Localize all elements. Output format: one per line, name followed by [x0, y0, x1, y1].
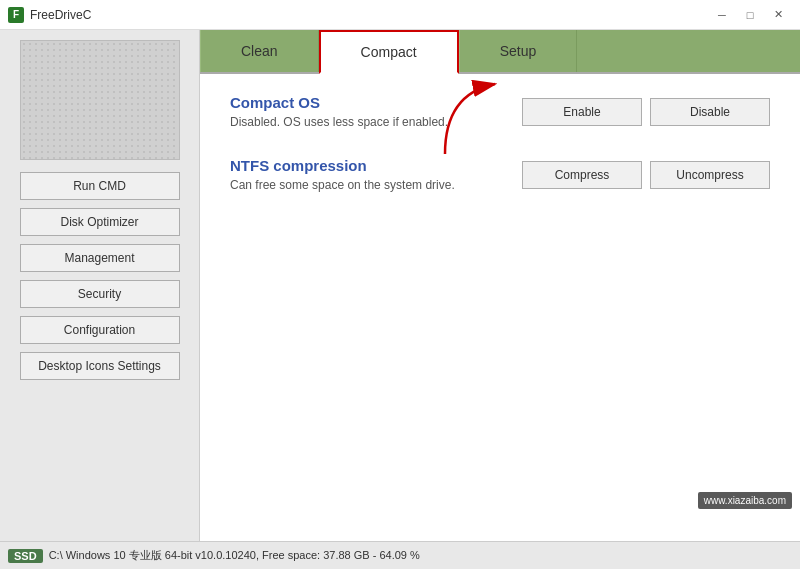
compact-os-desc: Disabled. OS uses less space if enabled.: [230, 115, 522, 129]
sidebar: Run CMD Disk Optimizer Management Securi…: [0, 30, 200, 541]
compact-os-section: Compact OS Disabled. OS uses less space …: [230, 94, 770, 137]
setup-tab[interactable]: Setup: [459, 30, 578, 72]
content-wrapper: Clean Compact Setup Compact OS Disabled.…: [200, 30, 800, 541]
disable-button[interactable]: Disable: [650, 98, 770, 126]
run-cmd-button[interactable]: Run CMD: [20, 172, 180, 200]
ssd-badge: SSD: [8, 549, 43, 563]
app-icon: F: [8, 7, 24, 23]
compress-button[interactable]: Compress: [522, 161, 642, 189]
close-button[interactable]: ✕: [764, 5, 792, 25]
title-bar: F FreeDriveC ─ □ ✕: [0, 0, 800, 30]
clean-tab[interactable]: Clean: [200, 30, 319, 72]
maximize-button[interactable]: □: [736, 5, 764, 25]
management-button[interactable]: Management: [20, 244, 180, 272]
main-layout: Run CMD Disk Optimizer Management Securi…: [0, 30, 800, 541]
tabs: Clean Compact Setup: [200, 30, 800, 74]
compact-os-actions: Enable Disable: [522, 98, 770, 126]
content-area: Clean Compact Setup Compact OS Disabled.…: [200, 30, 800, 541]
compact-os-title: Compact OS: [230, 94, 522, 111]
ntfs-text: NTFS compression Can free some space on …: [230, 157, 522, 200]
title-bar-controls: ─ □ ✕: [708, 5, 792, 25]
title-bar-left: F FreeDriveC: [8, 7, 91, 23]
tab-content: Compact OS Disabled. OS uses less space …: [200, 74, 800, 541]
sidebar-logo: [20, 40, 180, 160]
ntfs-desc: Can free some space on the system drive.: [230, 178, 522, 192]
configuration-button[interactable]: Configuration: [20, 316, 180, 344]
enable-button[interactable]: Enable: [522, 98, 642, 126]
status-text: C:\ Windows 10 专业版 64-bit v10.0.10240, F…: [49, 548, 420, 563]
disk-optimizer-button[interactable]: Disk Optimizer: [20, 208, 180, 236]
security-button[interactable]: Security: [20, 280, 180, 308]
compact-tab[interactable]: Compact: [319, 30, 459, 74]
ntfs-title: NTFS compression: [230, 157, 522, 174]
uncompress-button[interactable]: Uncompress: [650, 161, 770, 189]
compact-os-text: Compact OS Disabled. OS uses less space …: [230, 94, 522, 137]
ntfs-compression-section: NTFS compression Can free some space on …: [230, 157, 770, 200]
status-bar: SSD C:\ Windows 10 专业版 64-bit v10.0.1024…: [0, 541, 800, 569]
title-bar-title: FreeDriveC: [30, 8, 91, 22]
ntfs-actions: Compress Uncompress: [522, 161, 770, 189]
desktop-icons-settings-button[interactable]: Desktop Icons Settings: [20, 352, 180, 380]
minimize-button[interactable]: ─: [708, 5, 736, 25]
